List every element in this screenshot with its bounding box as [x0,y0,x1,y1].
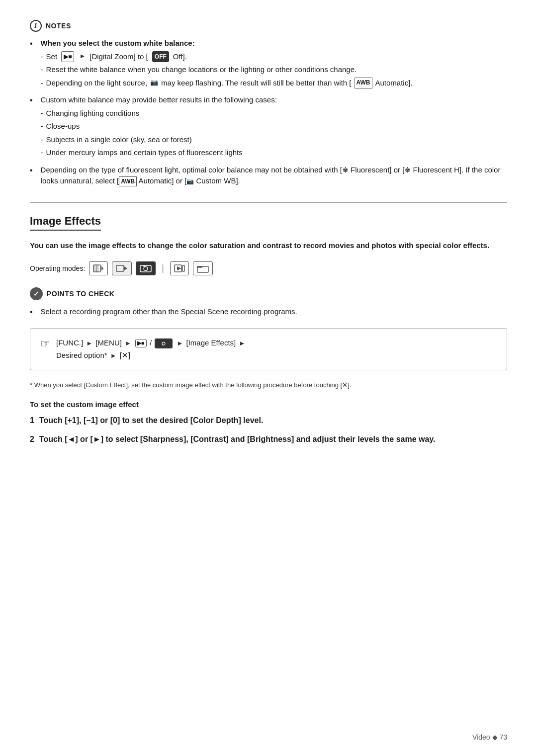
notes-bullet-3-content: Depending on the type of fluorescent lig… [41,165,507,187]
arrow-func: ► [86,338,92,349]
notes-sub-item-2-2: Close-ups [41,121,507,132]
instruction-footnote: * When you select [Custom Effect], set t… [30,380,507,391]
arrow-ie: ► [239,338,245,349]
notes-title: Notes [46,22,71,30]
camera-flash-icon: 📷 [150,78,158,89]
notes-sub-item-2-4: Under mercury lamps and certain types of… [41,147,507,159]
notes-sub-list-1: Set ▶■ ► [Digital Zoom] to [OFF Off]. Re… [41,51,507,89]
notes-sub-item-2-3: Subjects in a single color (sky, sea or … [41,134,507,146]
notes-header: i Notes [30,20,507,32]
info-icon: i [30,20,42,32]
notes-sub-item-1-3: Depending on the light source, 📷 may kee… [41,78,507,89]
svg-rect-5 [116,265,124,271]
notes-bullet-2: Custom white balance may provide better … [30,94,507,161]
arrow-menu: ► [125,338,131,349]
notes-bullet-1-content: When you select the custom white balance… [41,38,507,90]
notes-sub-item-1-2: Reset the white balance when you change … [41,64,507,76]
svg-marker-11 [177,266,181,270]
movie-mode-icon: ▶■ [61,51,74,63]
step-1-text: Touch [+1], [−1] or [0] to set the desir… [39,415,263,426]
step-1: 1 Touch [+1], [−1] or [0] to set the des… [30,415,507,426]
movie-mode-small-icon: ▶■ [135,339,147,347]
awb-icon: AWB [355,78,372,89]
points-check-item-1-content: Select a recording program other than th… [41,306,507,318]
mode-icon-movie [89,261,108,275]
mode-icon-video [112,261,132,275]
step-2-num: 2 [30,433,34,445]
custom-wb-icon: 📷 [186,178,194,185]
points-check-header: ✓ Points to Check [30,287,507,300]
points-check-section: ✓ Points to Check Select a recording pro… [30,287,507,318]
svg-rect-0 [93,265,100,272]
arrow-mode: ► [177,338,183,349]
mode-icon-playback [170,261,189,275]
points-check-item-1: Select a recording program other than th… [30,306,507,318]
instruction-box: ☞ [FUNC.] ► [MENU] ► ▶■ / ► [Image Effec… [30,328,507,370]
custom-effect-subtitle: To set the custom image effect [30,400,507,409]
custom-effect-section: To set the custom image effect 1 Touch [… [30,400,507,445]
step-2-text: Touch [◄] or [►] to select [Sharpness], … [39,433,436,445]
notes-bullet-2-text: Custom white balance may provide better … [41,95,277,104]
fluorescent-icon-2: ※ [405,166,410,175]
arrow-1: ► [79,51,86,63]
image-effects-label: [Image Effects] [186,338,236,347]
image-effects-section: Image Effects You can use the image effe… [30,215,507,446]
notes-bullet-1-title: When you select the custom white balance… [41,39,195,47]
desired-option-label: Desired option* [56,351,107,359]
svg-rect-9 [143,265,145,267]
points-check-title: Points to Check [47,290,114,298]
checkmark-icon: ✓ [30,287,43,300]
menu-label: [MENU] [95,338,122,347]
notes-section: i Notes When you select the custom white… [30,20,507,187]
page-footer: Video ◆ 73 [472,733,507,741]
notes-bullet-2-content: Custom white balance may provide better … [41,94,507,161]
custom-effect-steps: 1 Touch [+1], [−1] or [0] to set the des… [30,415,507,445]
mode-icon-folder [193,261,213,275]
notes-bullet-1: When you select the custom white balance… [30,38,507,90]
step-2: 2 Touch [◄] or [►] to select [Sharpness]… [30,433,507,445]
photo-mode-small-icon [155,338,173,348]
arrow-desired: ► [110,350,117,361]
mode-separator: | [162,263,164,273]
mode-icon-photo [136,261,156,275]
func-label: [FUNC.] [56,338,83,347]
awb-icon-2: AWB [119,176,137,186]
section-title: Image Effects [30,215,101,231]
close-bracket-label: [✕] [120,351,130,359]
notes-sub-item-1-1: Set ▶■ ► [Digital Zoom] to [OFF Off]. [41,51,507,63]
hand-pointer-icon: ☞ [40,337,50,350]
notes-bullet-list: When you select the custom white balance… [30,38,507,187]
svg-rect-12 [182,265,184,271]
page-number: Video ◆ 73 [472,733,507,741]
operating-modes-row: Operating modes: | [30,261,507,275]
operating-modes-label: Operating modes: [30,264,85,272]
fluorescent-icon-1: ※ [343,166,348,175]
off-icon: OFF [152,51,169,63]
step-1-num: 1 [30,415,34,426]
notes-sub-list-2: Changing lighting conditions Close-ups S… [41,108,507,159]
instruction-text-block: [FUNC.] ► [MENU] ► ▶■ / ► [Image Effects… [56,336,246,362]
notes-bullet-3: Depending on the type of fluorescent lig… [30,165,507,187]
notes-sub-item-2-1: Changing lighting conditions [41,108,507,119]
section-divider [30,202,507,203]
points-check-list: Select a recording program other than th… [30,306,507,318]
svg-marker-6 [124,266,127,270]
svg-marker-1 [101,266,103,271]
section-intro: You can use the image effects to change … [30,240,507,252]
